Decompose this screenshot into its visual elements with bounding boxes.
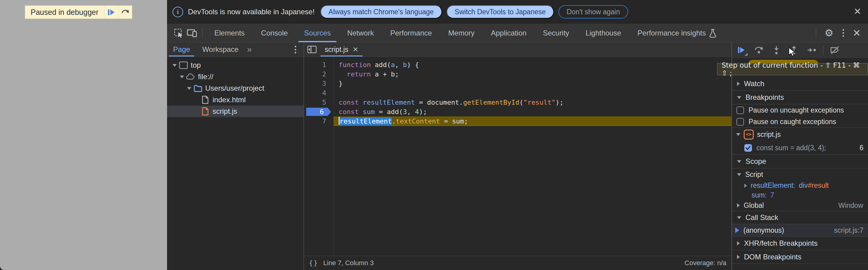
- collapsed-arrow-icon[interactable]: [737, 203, 740, 208]
- tab-elements[interactable]: Elements: [206, 24, 253, 42]
- section-watch[interactable]: Watch: [732, 77, 868, 91]
- tree-item-script-js[interactable]: script.js: [167, 106, 304, 117]
- line-number[interactable]: 6: [304, 107, 334, 117]
- tab-console[interactable]: Console: [253, 24, 296, 42]
- section-call-stack[interactable]: Call Stack: [732, 211, 868, 224]
- code-line-3[interactable]: 3}: [304, 79, 731, 88]
- section-scope[interactable]: Scope: [732, 155, 868, 169]
- main-toolbar: ElementsConsoleSourcesNetworkPerformance…: [167, 24, 868, 42]
- line-number[interactable]: 5: [304, 98, 334, 107]
- pause-uncaught-row[interactable]: Pause on uncaught exceptions: [732, 104, 868, 116]
- tab-memory[interactable]: Memory: [440, 24, 483, 42]
- line-number[interactable]: 1: [304, 60, 334, 69]
- code-line-7[interactable]: 7resultElement.textContent = sum;: [304, 117, 731, 126]
- tab-network[interactable]: Network: [339, 24, 382, 42]
- token: function: [339, 61, 371, 68]
- expand-arrow-icon[interactable]: [180, 76, 184, 78]
- inspect-element-icon[interactable]: [172, 26, 185, 40]
- more-tabs-chevron-icon[interactable]: »: [247, 44, 252, 54]
- code-line-1[interactable]: 1function add(a, b) {: [304, 60, 731, 69]
- code-text[interactable]: return a + b;: [334, 69, 731, 79]
- checkbox-checked[interactable]: [744, 144, 752, 152]
- expanded-arrow-icon[interactable]: [736, 133, 740, 136]
- code-text[interactable]: }: [334, 79, 731, 88]
- collapsed-arrow-icon[interactable]: [737, 241, 740, 245]
- pretty-print-icon[interactable]: {}: [309, 260, 318, 267]
- collapsed-arrow-icon[interactable]: [737, 82, 740, 86]
- section-dom-breakpoints[interactable]: DOM Breakpoints: [732, 250, 868, 264]
- resume-script-button[interactable]: [735, 44, 748, 56]
- scope-var-resultelement[interactable]: resultElement: div#result: [732, 181, 868, 190]
- step-into-button[interactable]: [770, 44, 783, 56]
- editor-tab-script-js[interactable]: script.js ✕: [320, 42, 363, 56]
- more-options-icon[interactable]: [838, 26, 848, 40]
- code-editor[interactable]: 1function add(a, b) {2 return a + b;3}45…: [304, 57, 731, 256]
- scope-content: Script resultElement: div#result sum: 7 …: [732, 169, 868, 211]
- pause-caught-row[interactable]: Pause on caught exceptions: [732, 116, 868, 127]
- tab-page[interactable]: Page: [167, 42, 196, 56]
- code-text[interactable]: function add(a, b) {: [334, 60, 731, 69]
- tree-item-folder[interactable]: Users/user/project: [167, 83, 304, 94]
- scope-group-global[interactable]: Global Window: [732, 200, 868, 211]
- line-number[interactable]: 2: [304, 69, 334, 79]
- tab-label: Sources: [304, 29, 331, 37]
- breakpoint-file-group[interactable]: <> script.js: [732, 128, 868, 141]
- switch-devtools-japanese-button[interactable]: Switch DevTools to Japanese: [446, 5, 554, 19]
- tab-application[interactable]: Application: [483, 24, 534, 42]
- deactivate-breakpoints-button[interactable]: [828, 44, 842, 56]
- expanded-arrow-icon[interactable]: [737, 160, 741, 163]
- navigator-more-options-icon[interactable]: [290, 46, 301, 53]
- dont-show-again-button[interactable]: Don't show again: [558, 5, 628, 19]
- expanded-arrow-icon[interactable]: [737, 96, 741, 99]
- expanded-arrow-icon[interactable]: [737, 216, 741, 219]
- code-line-2[interactable]: 2 return a + b;: [304, 69, 731, 79]
- call-stack-frame[interactable]: (anonymous) script.js:7: [732, 224, 868, 237]
- breakpoint-badge[interactable]: 6: [306, 108, 331, 116]
- breakpoint-entry[interactable]: const sum = add(3, 4); 6: [732, 141, 868, 154]
- always-match-language-button[interactable]: Always match Chrome's language: [320, 5, 442, 19]
- tab-sources[interactable]: Sources: [296, 24, 339, 42]
- infobar-close-icon[interactable]: ✕: [852, 7, 863, 17]
- line-number[interactable]: 4: [304, 88, 334, 98]
- code-text[interactable]: const resultElement = document.getElemen…: [334, 98, 731, 107]
- tree-item-file-origin[interactable]: file://: [167, 71, 304, 83]
- tab-lighthouse[interactable]: Lighthouse: [577, 24, 629, 42]
- checkbox-unchecked[interactable]: [737, 118, 744, 126]
- tree-item-top[interactable]: top: [167, 59, 304, 71]
- token: .: [392, 117, 396, 125]
- expand-arrow-icon[interactable]: [173, 64, 177, 67]
- code-text[interactable]: resultElement.textContent = sum;: [334, 117, 731, 126]
- checkbox-unchecked[interactable]: [737, 107, 744, 114]
- section-xhr-breakpoints[interactable]: XHR/fetch Breakpoints: [732, 237, 868, 250]
- close-devtools-icon[interactable]: ✕: [851, 28, 863, 38]
- device-toolbar-icon[interactable]: [185, 26, 198, 40]
- code-text[interactable]: const sum = add(3, 4);: [334, 107, 731, 117]
- close-tab-icon[interactable]: ✕: [352, 46, 359, 54]
- tab-security[interactable]: Security: [535, 24, 578, 42]
- code-line-5[interactable]: 5const resultElement = document.getEleme…: [304, 98, 731, 107]
- line-number[interactable]: 3: [304, 79, 334, 88]
- section-breakpoints[interactable]: Breakpoints: [732, 91, 868, 104]
- tree-item-index-html[interactable]: index.html: [167, 94, 304, 106]
- code-line-4[interactable]: 4: [304, 88, 731, 98]
- resume-script-button[interactable]: [104, 6, 118, 19]
- scope-var-sum[interactable]: sum: 7: [732, 190, 868, 200]
- code-text[interactable]: [334, 88, 731, 98]
- step-over-button[interactable]: [752, 44, 766, 56]
- tab-performance[interactable]: Performance: [382, 24, 440, 42]
- expanded-arrow-icon[interactable]: [737, 173, 741, 176]
- step-button[interactable]: [805, 44, 818, 56]
- token: ,: [407, 108, 415, 116]
- tab-workspace[interactable]: Workspace: [196, 42, 245, 56]
- collapsed-arrow-icon[interactable]: [744, 183, 747, 188]
- line-number[interactable]: 7: [304, 117, 334, 126]
- scope-group-script[interactable]: Script: [732, 169, 868, 181]
- expand-arrow-icon[interactable]: [187, 87, 191, 90]
- hide-navigator-icon[interactable]: [307, 45, 317, 54]
- tab-performance-insights[interactable]: Performance insights: [629, 24, 725, 42]
- settings-gear-icon[interactable]: ⚙: [822, 26, 836, 40]
- code-line-6[interactable]: 6const sum = add(3, 4);: [304, 107, 731, 117]
- token: resultElement: [340, 117, 392, 125]
- collapsed-arrow-icon[interactable]: [737, 255, 740, 259]
- step-over-button[interactable]: [118, 6, 132, 19]
